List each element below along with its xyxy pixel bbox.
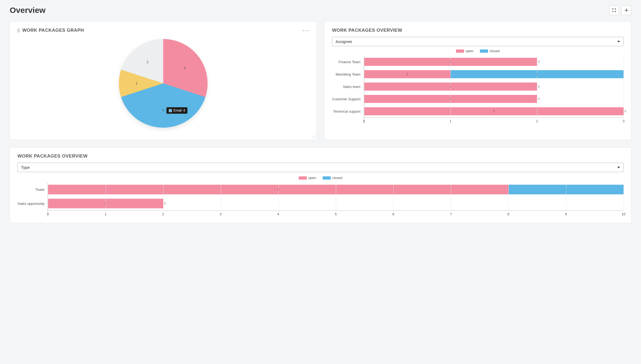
bar-category-label: Customer Support [332, 93, 364, 105]
x-tick-label: 7 [450, 212, 452, 216]
bar-row: 30 [364, 105, 624, 117]
assignee-select-label: Assignee [336, 39, 352, 44]
legend-open[interactable]: open [299, 176, 316, 180]
assignee-select[interactable]: Assignee [332, 37, 624, 46]
bar-zero-label: 0 [538, 97, 540, 101]
x-tick-label: 2 [162, 212, 164, 216]
x-tick-label: 3 [622, 119, 624, 123]
x-tick-label: 10 [622, 212, 625, 216]
pie-slice-label: 1 [136, 81, 137, 85]
svg-point-5 [314, 137, 315, 138]
bar-zero-label: 0 [538, 85, 540, 88]
pie-slice-label: 2 [147, 60, 148, 64]
add-widget-button[interactable] [622, 5, 631, 15]
bar-segment-open: 1 [364, 70, 451, 78]
x-tick-label: 1 [450, 119, 451, 123]
x-tick-label: 0 [363, 119, 365, 123]
widget-work-packages-overview-assignee: WORK PACKAGES OVERVIEW Assignee open clo… [324, 22, 631, 140]
x-tick-label: 3 [220, 212, 222, 216]
type-select[interactable]: Type [17, 163, 624, 172]
bar-category-label: Marketing Team [332, 68, 364, 80]
svg-point-2 [314, 136, 315, 137]
widget-more-button[interactable] [303, 30, 309, 31]
fullscreen-button[interactable] [609, 5, 619, 15]
x-tick-label: 6 [392, 212, 394, 216]
page-title: Overview [10, 6, 45, 15]
bar-row: 20 [364, 80, 624, 93]
widget-title: WORK PACKAGES OVERVIEW [332, 28, 402, 33]
svg-point-0 [314, 135, 315, 135]
fullscreen-icon [612, 8, 616, 12]
bar-zero-label: 0 [164, 202, 166, 205]
x-tick-label: 5 [335, 212, 337, 216]
plus-icon [624, 8, 629, 13]
drag-handle-icon[interactable] [17, 29, 20, 32]
bar-zero-label: 0 [624, 109, 626, 113]
chevron-down-icon [617, 167, 620, 168]
widget-title: WORK PACKAGES OVERVIEW [17, 154, 88, 159]
x-tick-label: 0 [47, 212, 49, 216]
legend-closed[interactable]: closed [480, 49, 500, 53]
widget-work-packages-overview-type: WORK PACKAGES OVERVIEW Type open closed … [10, 147, 631, 223]
x-tick-label: 2 [536, 119, 538, 123]
x-tick-label: 1 [105, 212, 106, 216]
pie-tooltip: Email: 4 [166, 107, 187, 114]
resize-handle-icon[interactable] [311, 134, 315, 138]
legend-open[interactable]: open [456, 49, 473, 53]
bar-zero-label: 0 [538, 60, 540, 64]
type-bar-chart: TicketSales opportunity8220012345678910 [17, 183, 624, 217]
pie-tooltip-swatch [169, 109, 172, 112]
bar-category-label: Finance Team [332, 56, 364, 68]
svg-point-3 [312, 137, 312, 138]
bar-segment-open: 3 [364, 107, 624, 115]
x-tick-label: 8 [507, 212, 509, 216]
widget-work-packages-graph: WORK PACKAGES GRAPH 3412Email: 4 [10, 22, 317, 140]
legend-closed[interactable]: closed [323, 176, 343, 180]
bar-category-label: Ticket [17, 183, 48, 197]
svg-point-1 [313, 136, 314, 137]
chevron-down-icon [617, 41, 620, 42]
widget-title: WORK PACKAGES GRAPH [22, 28, 84, 33]
bar-row: 20 [364, 56, 624, 68]
bar-category-label: Technical support [332, 105, 364, 117]
bar-category-label: Sales opportunity [17, 197, 48, 210]
type-select-label: Type [21, 165, 30, 170]
pie-tooltip-text: Email: 4 [173, 109, 185, 112]
assignee-bar-chart: Finance TeamMarketing TeamSales teamCust… [332, 56, 624, 124]
pie-chart: 3412Email: 4 [119, 39, 208, 128]
x-tick-label: 9 [565, 212, 567, 216]
bar-row: 20 [364, 93, 624, 105]
x-tick-label: 4 [277, 212, 279, 216]
svg-point-4 [313, 137, 314, 138]
bar-category-label: Sales team [332, 80, 364, 93]
pie-slice-label: 3 [184, 66, 186, 70]
bar-row: 12 [364, 68, 624, 80]
pie-slice-label: 4 [162, 108, 164, 112]
